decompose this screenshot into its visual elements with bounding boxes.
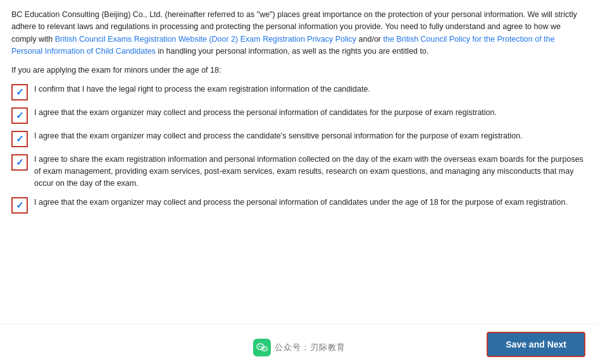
checkbox-cb1[interactable]: [11, 84, 28, 100]
privacy-policy-link1[interactable]: British Council Exams Registration Websi…: [55, 35, 356, 44]
minor-note: If you are applying the exam for minors …: [11, 66, 587, 75]
checkbox-label-cb5: I agree that the exam organizer may coll…: [34, 197, 587, 209]
checkbox-label-cb3: I agree that the exam organizer may coll…: [34, 130, 587, 142]
intro-paragraph: BC Education Consulting (Beijing) Co., L…: [11, 9, 587, 58]
checkbox-label-cb2: I agree that the exam organizer may coll…: [34, 107, 587, 119]
list-item: I agree to share the exam registration i…: [11, 154, 587, 190]
list-item: I agree that the exam organizer may coll…: [11, 197, 587, 214]
intro-text-between-links: and/or: [356, 35, 383, 44]
list-item: I agree that the exam organizer may coll…: [11, 107, 587, 124]
save-next-button[interactable]: Save and Next: [487, 332, 585, 357]
checkbox-cb2[interactable]: [11, 107, 28, 124]
checkbox-label-cb1: I confirm that I have the legal right to…: [34, 83, 587, 95]
main-content: BC Education Consulting (Beijing) Co., L…: [0, 0, 598, 264]
checkbox-list: I confirm that I have the legal right to…: [11, 83, 587, 214]
checkbox-cb3[interactable]: [11, 131, 28, 147]
checkbox-label-cb4: I agree to share the exam registration i…: [34, 154, 587, 190]
list-item: I agree that the exam organizer may coll…: [11, 130, 587, 147]
list-item: I confirm that I have the legal right to…: [11, 83, 587, 100]
checkbox-cb5[interactable]: [11, 197, 28, 214]
intro-text-after-link2: in handling your personal information, a…: [156, 47, 429, 56]
footer-bar: Save and Next: [0, 324, 598, 364]
checkbox-cb4[interactable]: [11, 154, 28, 171]
